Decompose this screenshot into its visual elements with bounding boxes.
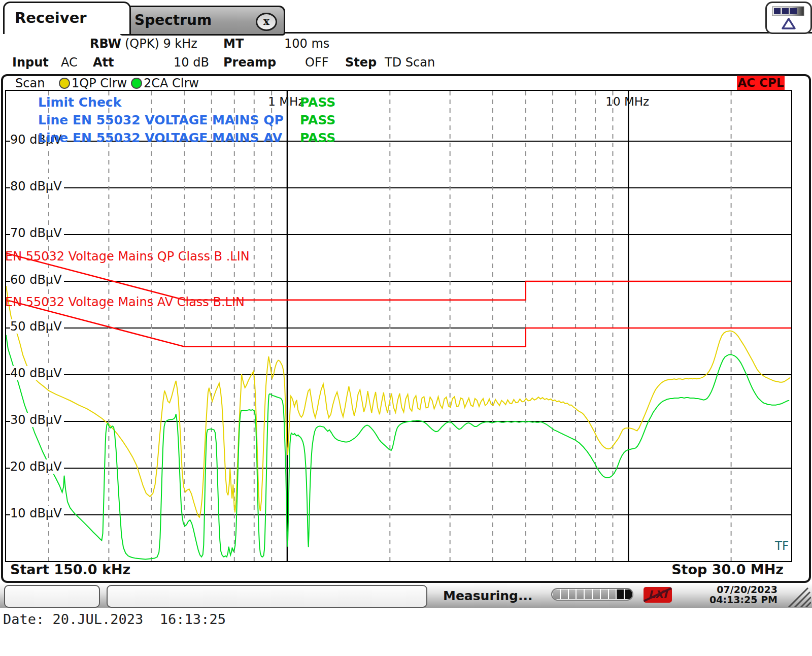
header-divider [270,32,812,34]
status-date: 07/20/2023 [693,584,777,595]
tab-receiver-label: Receiver [15,9,87,26]
tf-indicator: TF [775,539,789,552]
x-axis-marker-label: 1 MHz [268,95,304,108]
progress-segment [561,589,568,599]
limit-line-qp-result: PASS [300,113,335,127]
input-value[interactable]: AC [61,55,78,70]
limit-check-result: PASS [300,95,335,110]
limit-line-av-name: Line EN 55032 VOLTAGE MAINS AV [38,130,282,145]
plot-svg [6,91,791,561]
step-value[interactable]: TD Scan [385,55,435,70]
mt-value[interactable]: 100 ms [284,36,329,51]
input-label: Input [12,55,49,70]
y-axis-label: 60 dBµV [10,273,64,287]
measurement-progress-bar [551,588,633,601]
progress-segment [593,589,600,599]
limit-line-qp-name: Line EN 55032 VOLTAGE MAINS QP [38,113,284,127]
coupling-status-badge: AC CPL [737,76,785,90]
footer-date-line: Date: 20.JUL.2023 16:13:25 [3,611,226,627]
progress-segment [577,589,584,599]
limit-check-title: Limit Check [38,95,121,110]
progress-segment [617,589,624,599]
y-axis-label: 70 dBµV [10,226,64,240]
measuring-status: Measuring... [443,588,532,603]
x-axis-marker-label: 10 MHz [605,95,649,108]
progress-segment [601,589,608,599]
trace1-legend[interactable]: 1QP Clrw [72,76,127,90]
resize-grip-icon[interactable] [783,582,811,607]
status-field-2[interactable] [107,585,427,608]
progress-segment [609,589,616,599]
status-time: 04:13:25 PM [693,595,777,605]
display-layout-button[interactable] [765,2,812,34]
av-limit-label: EN 55032 Voltage Mains AV Class B.LIN [5,295,245,309]
y-axis-label: 80 dBµV [10,179,64,193]
lxi-logo: LXI [644,587,672,603]
step-label: Step [345,55,377,70]
preamp-label: Preamp [223,55,276,70]
instrument-screen: Spectrum x Receiver RBW (QPK) 9 kHz MT 1… [0,0,812,656]
tab-receiver[interactable]: Receiver [3,2,131,34]
y-axis-label: 20 dBµV [10,460,64,474]
start-frequency[interactable]: Start 150.0 kHz [10,562,130,577]
progress-segment [553,589,560,599]
y-axis-label: 40 dBµV [10,366,64,380]
stop-frequency[interactable]: Stop 30.0 MHz [671,562,784,577]
progress-segment [585,589,592,599]
limit-line-av-result: PASS [300,130,335,145]
y-axis-label: 10 dBµV [10,506,64,520]
rbw-value[interactable]: (QPK) 9 kHz [125,36,197,51]
trace1-color-dot [59,78,70,89]
progress-segment [625,589,632,599]
progress-segment [569,589,576,599]
clock: 07/20/2023 04:13:25 PM [693,584,777,605]
preamp-value[interactable]: OFF [305,55,329,70]
tab-spectrum[interactable]: Spectrum x [120,6,285,36]
display-layout-icon [769,5,808,30]
att-label: Att [93,55,114,70]
trace2-legend[interactable]: 2CA Clrw [144,76,199,90]
trace2-color-dot [131,78,142,89]
close-icon[interactable]: x [256,13,277,31]
y-axis-label: 50 dBµV [10,319,64,334]
spectrum-plot[interactable] [5,90,792,562]
status-field-1[interactable] [4,585,100,608]
qp-limit-label: EN 55032 Voltage Mains QP Class B .LIN [5,249,250,264]
att-value[interactable]: 10 dB [174,55,209,70]
rbw-label: RBW [90,36,121,51]
mt-label: MT [223,36,244,51]
y-axis-label: 30 dBµV [10,413,64,427]
tab-spectrum-label: Spectrum [134,12,212,28]
scan-label: Scan [15,76,45,90]
